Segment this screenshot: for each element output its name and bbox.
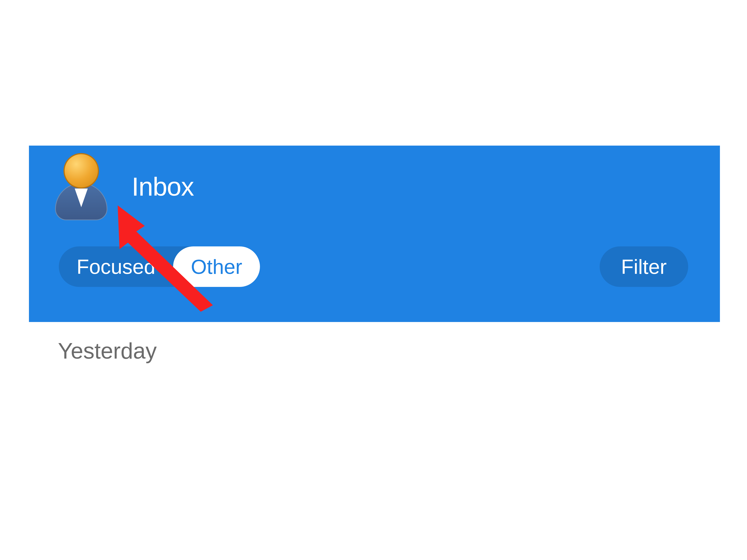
avatar-collar-shape	[75, 189, 88, 207]
inbox-tab-group: Focused Other	[59, 246, 260, 287]
avatar-head-shape	[63, 153, 99, 189]
date-section-header: Yesterday	[58, 338, 157, 364]
tab-other[interactable]: Other	[173, 246, 260, 287]
header-bottom-row: Focused Other Filter	[29, 220, 720, 287]
user-avatar-icon[interactable]	[53, 153, 109, 220]
filter-button[interactable]: Filter	[600, 246, 688, 287]
header-top-row: Inbox	[29, 145, 720, 220]
inbox-header: Inbox Focused Other Filter	[29, 145, 720, 322]
tab-focused[interactable]: Focused	[59, 246, 173, 287]
page-title: Inbox	[132, 171, 194, 202]
